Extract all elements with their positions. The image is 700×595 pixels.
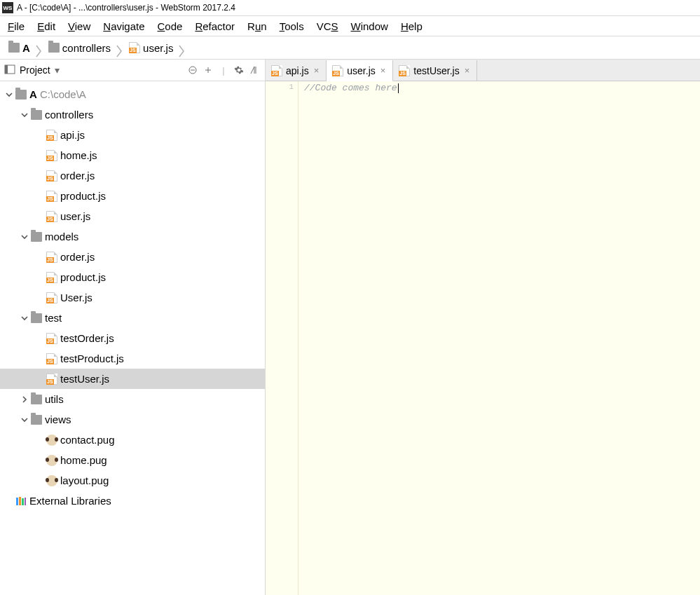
breadcrumb-user-js[interactable]: user.js [125, 42, 177, 54]
js-file-icon [46, 191, 57, 202]
tab-api-js[interactable]: api.js× [266, 60, 327, 81]
close-icon[interactable]: × [313, 65, 321, 76]
tree-file-home-js[interactable]: home.js [0, 145, 265, 165]
menu-refactor[interactable]: Refactor [190, 19, 240, 34]
chevron-right-icon[interactable] [20, 395, 29, 404]
tree-file-product-js[interactable]: product.js [0, 186, 265, 206]
menu-navigate[interactable]: Navigate [98, 19, 149, 34]
window-title: A - [C:\code\A] - ...\controllers\user.j… [17, 3, 235, 13]
chevron-down-icon[interactable] [20, 415, 29, 425]
js-file-icon [332, 65, 343, 76]
tree-label: order.js [60, 251, 95, 263]
tree-file-product-js[interactable]: product.js [0, 267, 265, 287]
tree-folder-test[interactable]: test [0, 308, 265, 328]
svg-rect-3 [16, 498, 18, 505]
breadcrumb-label: A [22, 42, 30, 54]
gutter: 1 [266, 81, 298, 595]
tree-file-layout-pug[interactable]: layout.pug [0, 470, 265, 491]
spacer [35, 191, 45, 201]
tab-user-js[interactable]: user.js× [327, 60, 393, 81]
spacer [35, 293, 45, 303]
menu-window[interactable]: Window [346, 19, 393, 34]
breadcrumb-bar: Acontrollersuser.js [0, 36, 700, 60]
tab-label: api.js [286, 65, 309, 76]
js-file-icon [46, 211, 57, 222]
tree-file-testOrder-js[interactable]: testOrder.js [0, 328, 265, 348]
tree-file-testUser-js[interactable]: testUser.js [0, 369, 265, 389]
settings-gear-icon[interactable] [233, 64, 245, 76]
tab-label: user.js [347, 65, 375, 76]
menu-run[interactable]: Run [242, 19, 272, 34]
menu-edit[interactable]: Edit [32, 19, 60, 34]
js-file-icon [46, 292, 57, 303]
menu-vcs[interactable]: VCS [312, 19, 343, 34]
spacer [35, 151, 45, 160]
spacer [35, 252, 45, 262]
menu-code[interactable]: Code [153, 19, 188, 34]
chevron-down-icon[interactable] [20, 232, 29, 242]
tree-label: layout.pug [60, 474, 109, 486]
js-file-icon [399, 65, 410, 76]
hide-tool-icon[interactable] [248, 64, 261, 76]
breadcrumb-controllers[interactable]: controllers [44, 42, 115, 54]
tree-folder-controllers[interactable]: controllers [0, 104, 265, 125]
js-file-icon [46, 150, 57, 161]
code-area[interactable]: //Code comes here [298, 81, 700, 595]
tree-file-order-js[interactable]: order.js [0, 247, 265, 267]
tab-label: testUser.js [413, 65, 459, 76]
tree-root[interactable]: A C:\code\A [0, 84, 265, 104]
js-file-icon [46, 374, 57, 385]
spacer [35, 130, 45, 140]
menu-view[interactable]: View [63, 19, 95, 34]
folder-icon [31, 313, 42, 323]
tree-label: home.js [60, 149, 97, 161]
line-number: 1 [266, 83, 294, 91]
menu-tools[interactable]: Tools [275, 19, 309, 34]
menu-help[interactable]: Help [396, 19, 427, 34]
tree-label: home.pug [60, 454, 107, 466]
project-tree[interactable]: A C:\code\Acontrollersapi.jshome.jsorder… [0, 81, 265, 595]
code-line: //Code comes here [304, 83, 397, 93]
tree-label: testOrder.js [60, 332, 114, 344]
spacer [4, 496, 14, 506]
js-file-icon [46, 170, 57, 182]
folder-icon [31, 415, 42, 425]
breadcrumb-A[interactable]: A [4, 42, 34, 54]
menu-file[interactable]: File [3, 19, 29, 34]
spacer [35, 456, 45, 465]
tree-external-libraries[interactable]: External Libraries [0, 491, 265, 511]
tree-file-order-js[interactable]: order.js [0, 165, 265, 186]
spacer [35, 212, 45, 221]
svg-rect-1 [5, 65, 8, 74]
close-icon[interactable]: × [379, 65, 387, 76]
tab-testUser-js[interactable]: testUser.js× [393, 60, 477, 81]
chevron-down-icon[interactable] [20, 313, 29, 323]
tree-label: user.js [60, 210, 90, 222]
tree-label: views [45, 413, 71, 425]
pug-file-icon [46, 455, 57, 466]
spacer [35, 273, 45, 282]
tree-file-api-js[interactable]: api.js [0, 125, 265, 145]
tree-file-home-pug[interactable]: home.pug [0, 450, 265, 470]
project-tool-title[interactable]: Project [20, 64, 50, 76]
chevron-down-icon[interactable] [4, 90, 14, 100]
close-icon[interactable]: × [463, 65, 472, 76]
scroll-from-source-icon[interactable] [202, 64, 214, 76]
tree-folder-views[interactable]: views [0, 409, 265, 430]
collapse-all-icon[interactable] [186, 64, 199, 76]
editor-body[interactable]: 1 //Code comes here [266, 81, 700, 595]
tree-label: product.js [60, 271, 106, 283]
tree-label: External Libraries [29, 495, 111, 507]
divider-icon: | [217, 64, 230, 76]
tree-file-testProduct-js[interactable]: testProduct.js [0, 348, 265, 369]
tree-folder-models[interactable]: models [0, 226, 265, 247]
tree-file-User-js[interactable]: User.js [0, 287, 265, 308]
tree-file-user-js[interactable]: user.js [0, 206, 265, 226]
tree-file-contact-pug[interactable]: contact.pug [0, 430, 265, 450]
chevron-down-icon[interactable]: ▾ [55, 64, 60, 76]
tree-folder-utils[interactable]: utils [0, 389, 265, 409]
tree-label: contact.pug [60, 434, 115, 446]
menu-bar: FileEditViewNavigateCodeRefactorRunTools… [0, 16, 700, 36]
chevron-down-icon[interactable] [20, 110, 29, 120]
svg-rect-4 [19, 497, 21, 505]
